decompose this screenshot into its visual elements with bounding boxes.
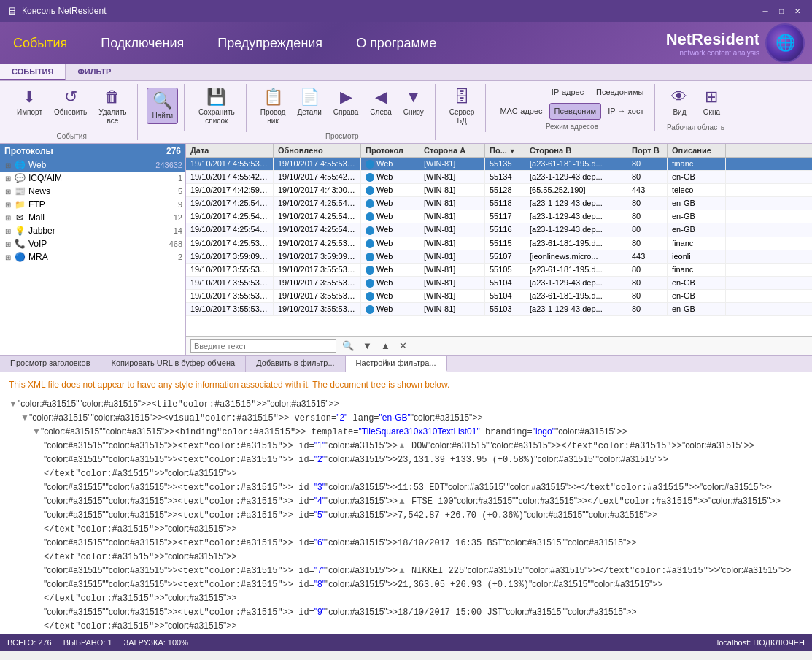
th-port-a[interactable]: По... ▼ [485, 144, 525, 157]
menu-warnings[interactable]: Предупреждения [212, 33, 328, 54]
xml-line: "color:#a31515""color:#a31515">><text"co… [9, 564, 803, 578]
td-port-b: 80 [627, 210, 668, 223]
td-proto: Web [361, 171, 419, 183]
td-side-a: [WIN-81] [419, 223, 485, 236]
tree-item-jabber[interactable]: ⊞ 💡 Jabber 14 [0, 224, 185, 237]
td-updated: 19/10/2017 4:25:54 AM [274, 210, 361, 223]
table-row[interactable]: 19/10/2017 4:55:53 AM 19/10/2017 4:55:53… [186, 158, 812, 171]
left-button[interactable]: ◀ Слева [365, 84, 396, 129]
left-icon: ◀ [375, 88, 387, 107]
toolbar-group-save: 💾 Сохранитьсписок [187, 84, 247, 132]
toolbar-buttons-workspace: 👁 Вид ⊞ Окна [664, 84, 727, 120]
td-proto: Web [361, 197, 419, 210]
status-bar: ВСЕГО: 276 ВЫБРАНО: 1 ЗАГРУЗКА: 100% loc… [0, 634, 812, 651]
find-button[interactable]: 🔍 Найти [147, 88, 178, 124]
tab-add-filter[interactable]: Добавить в фильтр... [246, 356, 345, 372]
tree-item-mra[interactable]: ⊞ 🔵 MRA 2 [0, 250, 185, 264]
table-row[interactable]: 19/10/2017 4:25:54 AM 19/10/2017 4:25:54… [186, 223, 812, 237]
tree-item-web[interactable]: ⊞ 🌐 Web 243632 [0, 158, 185, 172]
td-port-b: 80 [627, 171, 668, 183]
expand-icon-icq: ⊞ [3, 174, 13, 183]
tree-item-news[interactable]: ⊞ 📰 News 5 [0, 185, 185, 198]
import-label: Импорт [17, 108, 42, 117]
tree-item-count-news: 5 [178, 187, 182, 196]
view-button[interactable]: 👁 Вид [664, 84, 695, 120]
xml-line: "color:#a31515""color:#a31515">></bindin… [9, 633, 803, 634]
th-proto[interactable]: Протокол [361, 144, 419, 157]
pseudonym-button[interactable]: Псевдоним [549, 103, 602, 120]
toolbar-tab-filter[interactable]: ФИЛЬТР [66, 64, 123, 80]
refresh-button[interactable]: ↺ Обновить [49, 84, 92, 129]
save-list-button[interactable]: 💾 Сохранитьсписок [193, 84, 240, 129]
delete-all-button[interactable]: 🗑 Удалитьвсе [93, 84, 131, 129]
table-row[interactable]: 19/10/2017 4:25:54 AM 19/10/2017 4:25:54… [186, 210, 812, 223]
right-button[interactable]: ▶ Справа [328, 84, 364, 129]
menu-about[interactable]: О программе [350, 33, 442, 54]
import-button[interactable]: ⬇ Импорт [12, 84, 47, 129]
ip-addr-button[interactable]: IP-адрес [546, 84, 589, 101]
th-port-b[interactable]: Порт В [627, 144, 668, 157]
windows-label: Окна [703, 108, 720, 117]
tree-item-icq[interactable]: ⊞ 💬 ICQ/AIM 1 [0, 172, 185, 185]
menu-events[interactable]: События [7, 33, 73, 54]
toolbar-tab-events[interactable]: СОБЫТИЯ [0, 64, 66, 80]
windows-button[interactable]: ⊞ Окна [696, 84, 727, 120]
table-row[interactable]: 19/10/2017 4:25:53 AM 19/10/2017 4:25:53… [186, 237, 812, 250]
toolbar-group-view: 📋 Проводник 📄 Детали ▶ Справа ◀ Слева ▼ [250, 84, 436, 140]
search-prev-button[interactable]: ▼ [360, 339, 375, 353]
tree-item-voip[interactable]: ⊞ 📞 VoIP 468 [0, 237, 185, 250]
server-db-button[interactable]: 🗄 СерверБД [444, 84, 480, 129]
menu-connections[interactable]: Подключения [95, 33, 190, 54]
search-go-button[interactable]: 🔍 [339, 339, 357, 353]
tab-filter-settings[interactable]: Настройки фильтра... [346, 356, 447, 372]
td-port-a: 55134 [485, 171, 525, 183]
pseudonyms-button[interactable]: Псевдонимы [591, 84, 649, 101]
tree-item-count-mail: 12 [174, 213, 182, 222]
tab-headers[interactable]: Просмотр заголовков [0, 356, 101, 372]
td-port-a: 55135 [485, 158, 525, 170]
xml-line: "color:#a31515""color:#a31515">><text"co… [9, 536, 803, 564]
tab-copy-url[interactable]: Копировать URL в буфер обмена [101, 356, 247, 372]
toolbar-tabs: СОБЫТИЯ ФИЛЬТР [0, 64, 812, 81]
bottom-button[interactable]: ▼ Снизу [398, 84, 429, 129]
td-desc: en-GB [668, 197, 726, 210]
table-row[interactable]: 19/10/2017 3:59:09 AM 19/10/2017 3:59:09… [186, 250, 812, 264]
menu-items: События Подключения Предупреждения О про… [7, 33, 666, 54]
td-date: 19/10/2017 4:25:54 AM [186, 223, 274, 236]
menu-bar: События Подключения Предупреждения О про… [0, 22, 812, 64]
td-desc: financ [668, 237, 726, 250]
mac-addr-button[interactable]: МАС-адрес [495, 103, 547, 120]
th-updated[interactable]: Обновлено [274, 144, 361, 157]
toolbar-group-events: ⬇ Импорт ↺ Обновить 🗑 Удалитьвсе События [6, 84, 138, 140]
td-proto: Web [361, 264, 419, 276]
th-desc[interactable]: Описание [668, 144, 726, 157]
minimize-button[interactable]: ─ [758, 4, 773, 18]
td-updated: 19/10/2017 4:55:42 AM [274, 171, 361, 183]
th-side-b[interactable]: Сторона В [525, 144, 627, 157]
th-date[interactable]: Дата [186, 144, 274, 157]
table-row[interactable]: 19/10/2017 3:55:53 AM 19/10/2017 3:55:53… [186, 290, 812, 303]
details-button[interactable]: 📄 Детали [292, 84, 326, 129]
search-input[interactable] [190, 339, 336, 353]
content-viewer: This XML file does not appear to have an… [0, 372, 812, 634]
td-desc: financ [668, 158, 726, 170]
tree-item-ftp[interactable]: ⊞ 📁 FTP 9 [0, 198, 185, 211]
ip-host-button[interactable]: IP → хост [603, 103, 649, 120]
sidebar-header-count: 276 [166, 146, 181, 156]
search-close-button[interactable]: ✕ [396, 339, 410, 353]
search-next-button[interactable]: ▲ [378, 339, 393, 353]
td-side-b: [a23-61-181-195.d... [525, 290, 627, 302]
maximize-button[interactable]: □ [774, 4, 789, 18]
table-row[interactable]: 19/10/2017 3:55:53 AM 19/10/2017 3:55:53… [186, 277, 812, 290]
conductor-button[interactable]: 📋 Проводник [255, 84, 291, 129]
table-row[interactable]: 19/10/2017 4:25:54 AM 19/10/2017 4:25:54… [186, 197, 812, 210]
table-row[interactable]: 19/10/2017 4:55:42 AM 19/10/2017 4:55:42… [186, 171, 812, 184]
table-row[interactable]: 19/10/2017 3:55:53 AM 19/10/2017 3:55:53… [186, 264, 812, 277]
th-side-a[interactable]: Сторона А [419, 144, 485, 157]
tree-item-label-voip: VoIP [28, 239, 169, 249]
table-row[interactable]: 19/10/2017 4:42:59 AM 19/10/2017 4:43:00… [186, 184, 812, 197]
tree-item-mail[interactable]: ⊞ ✉ Mail 12 [0, 211, 185, 224]
td-desc: ieonli [668, 250, 726, 263]
close-button[interactable]: ✕ [790, 4, 805, 18]
table-row[interactable]: 19/10/2017 3:55:53 AM 19/10/2017 3:55:53… [186, 303, 812, 316]
